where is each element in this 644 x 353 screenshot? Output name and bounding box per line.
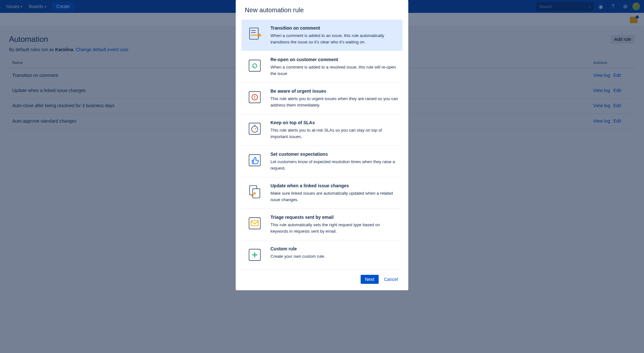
svg-line-10 [255, 128, 256, 129]
refresh-icon [246, 57, 263, 74]
template-title: Transition on comment [270, 25, 398, 31]
svg-rect-3 [249, 60, 260, 71]
template-reopen-customer-comment[interactable]: Re-open on customer comment When a comme… [242, 51, 402, 83]
template-urgent-issues[interactable]: Be aware of urgent issues This rule aler… [242, 83, 402, 114]
template-desc: When a comment is added to an issue, thi… [270, 33, 398, 45]
template-desc: When a comment is added to a resolved is… [270, 64, 398, 77]
template-desc: This rule alerts you to urgent issues wh… [270, 96, 398, 108]
template-desc: This rule alerts you to at-risk SLAs so … [270, 127, 398, 137]
stopwatch-icon [246, 120, 263, 137]
svg-rect-0 [250, 28, 258, 39]
svg-point-7 [254, 98, 255, 99]
modal-title: New automation rule [236, 0, 408, 18]
template-title: Re-open on customer comment [270, 57, 398, 62]
modal-body: Transition on comment When a comment is … [236, 18, 408, 137]
svg-point-9 [251, 126, 258, 132]
template-title: Keep on top of SLAs [270, 120, 398, 125]
alert-icon [246, 88, 263, 106]
new-rule-modal: New automation rule Transition on commen… [236, 0, 408, 137]
svg-rect-8 [249, 123, 260, 134]
template-transition-on-comment[interactable]: Transition on comment When a comment is … [242, 20, 402, 51]
modal-overlay: New automation rule Transition on commen… [0, 0, 644, 137]
document-arrow-icon [246, 25, 263, 43]
template-title: Be aware of urgent issues [270, 88, 398, 94]
template-sla[interactable]: Keep on top of SLAs This rule alerts you… [242, 114, 402, 137]
